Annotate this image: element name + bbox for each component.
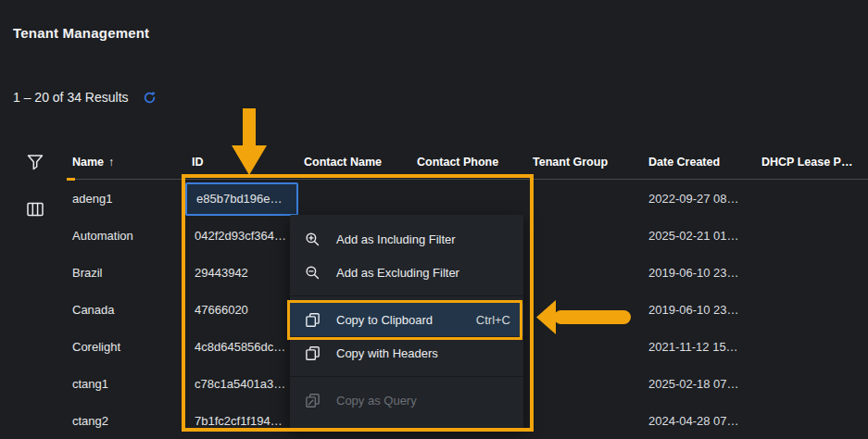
cell-name[interactable]: Automation	[72, 220, 133, 253]
copy-icon	[305, 345, 321, 361]
menu-item-label: Copy to Clipboard	[336, 313, 461, 327]
copy-icon	[305, 311, 321, 328]
cell-date-created[interactable]: 2019-06-10 23…	[648, 294, 739, 327]
menu-item-shortcut: Ctrl+C	[476, 313, 510, 327]
cell-id[interactable]: 042f2d93cf364…	[195, 220, 286, 253]
cell-name[interactable]: Corelight	[72, 331, 120, 364]
cell-name[interactable]: Canada	[72, 294, 115, 327]
menu-item-copy-as-query[interactable]: Copy as Query	[290, 383, 523, 417]
cell-name[interactable]: adeng1	[72, 182, 112, 216]
menu-item-label: Copy with Headers	[336, 346, 510, 360]
menu-item-label: Copy as Query	[336, 394, 510, 408]
menu-item-copy-to-clipboard[interactable]: Copy to ClipboardCtrl+C	[290, 303, 523, 336]
cell-date-created[interactable]: 2025-02-18 07…	[648, 368, 739, 401]
cell-id[interactable]: 4c8d645856dc…	[195, 331, 285, 364]
menu-item-label: Add as Including Filter	[336, 232, 510, 246]
cell-id[interactable]: 7b1fc2cf1f194…	[195, 405, 283, 438]
table-row: adeng1e85b7bd196e…2022-09-27 08…	[0, 182, 868, 216]
selected-cell-id[interactable]: e85b7bd196e…	[185, 182, 298, 216]
menu-item-add-as-including-filter[interactable]: Add as Including Filter	[290, 222, 523, 256]
cell-name[interactable]: ctang2	[72, 405, 108, 438]
cell-date-created[interactable]: 2021-11-12 15…	[648, 331, 738, 364]
menu-item-label: Add as Excluding Filter	[336, 266, 510, 280]
menu-divider	[290, 295, 523, 296]
cell-id[interactable]: 29443942	[195, 257, 248, 290]
zoom-in-icon	[305, 231, 321, 247]
cell-date-created[interactable]: 2024-04-28 07…	[648, 405, 739, 438]
cell-id[interactable]: c78c1a5401a3…	[195, 368, 285, 401]
menu-item-copy-with-headers[interactable]: Copy with Headers	[290, 336, 523, 370]
copy-query-icon	[305, 392, 321, 408]
cell-date-created[interactable]: 2019-06-10 23…	[648, 257, 739, 290]
cell-name[interactable]: ctang1	[72, 368, 108, 401]
tenant-management-screen: Tenant Management 1 – 20 of 34 Results N	[0, 0, 868, 439]
menu-item-add-as-excluding-filter[interactable]: Add as Excluding Filter	[290, 256, 523, 289]
cell-date-created[interactable]: 2022-09-27 08…	[648, 182, 739, 216]
zoom-out-icon	[305, 264, 321, 281]
cell-name[interactable]: Brazil	[72, 257, 103, 290]
cell-date-created[interactable]: 2025-02-21 01…	[648, 220, 739, 253]
context-menu: Add as Including FilterAdd as Excluding …	[290, 215, 523, 428]
menu-divider	[290, 376, 523, 377]
cell-id[interactable]: 47666020	[195, 294, 248, 327]
